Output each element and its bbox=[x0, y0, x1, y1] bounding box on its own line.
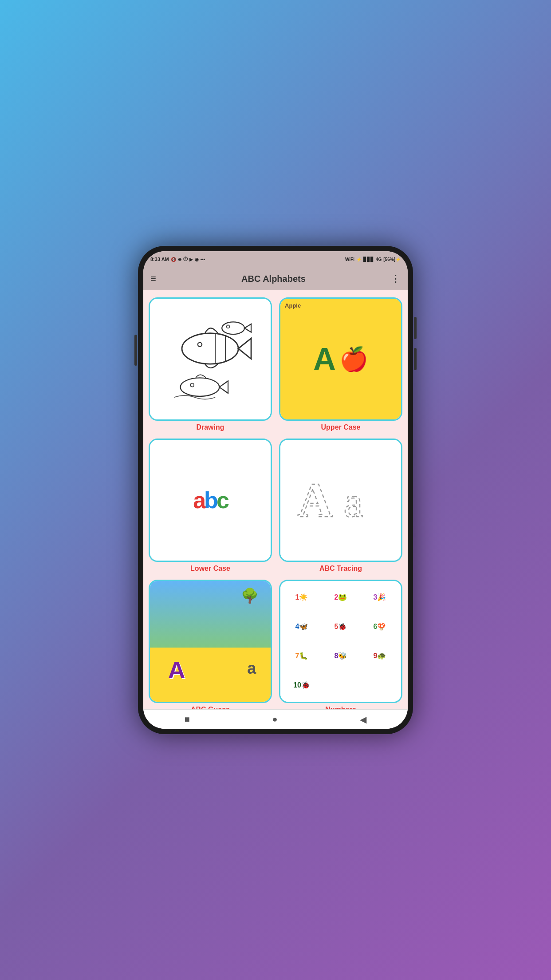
power-button[interactable] bbox=[134, 335, 137, 366]
svg-point-7 bbox=[227, 325, 230, 328]
guess-small-a: a bbox=[247, 659, 256, 678]
lower-case-card: abc bbox=[149, 439, 272, 562]
mute-icon: 🔇 bbox=[171, 257, 176, 262]
upper-case-card: Apple A 🍎 bbox=[279, 297, 402, 421]
svg-point-8 bbox=[181, 378, 220, 397]
num-5: 5🐞 bbox=[335, 623, 347, 631]
num-1: 1☀️ bbox=[295, 593, 308, 601]
phone-frame: 8:33 AM 🔇 ⊕ Ⓕ ▶ ◉ ••• WiFi ⚡ ▊▊▊ 4G [56%… bbox=[138, 246, 413, 734]
svg-point-10 bbox=[190, 383, 194, 387]
volume-down-button[interactable] bbox=[414, 348, 417, 370]
abc-tracing-item[interactable]: A a ABC Tracing bbox=[279, 439, 402, 573]
fish-drawing-svg bbox=[159, 308, 261, 410]
svg-marker-1 bbox=[239, 339, 252, 359]
svg-text:A: A bbox=[297, 473, 333, 527]
num-2: 2🐸 bbox=[335, 593, 347, 601]
numbers-card: 1☀️ 2🐸 3🎉 4🦋 5🐞 6🍄 7🐛 8🐝 9🐢 10🐞 bbox=[279, 580, 402, 703]
abc-guess-item[interactable]: 🌳 A a ABC Guess bbox=[149, 580, 272, 709]
svg-point-0 bbox=[182, 333, 238, 364]
guess-big-a: A bbox=[168, 656, 185, 684]
abc-guess-card: 🌳 A a bbox=[149, 580, 272, 703]
svg-text:a: a bbox=[343, 478, 362, 526]
volume-up-button[interactable] bbox=[414, 317, 417, 339]
lower-case-item[interactable]: abc Lower Case bbox=[149, 439, 272, 573]
numbers-grid: 1☀️ 2🐸 3🎉 4🦋 5🐞 6🍄 7🐛 8🐝 9🐢 10🐞 bbox=[280, 581, 401, 702]
letter-a: a bbox=[193, 487, 204, 513]
svg-point-5 bbox=[222, 322, 245, 335]
status-bar: 8:33 AM 🔇 ⊕ Ⓕ ▶ ◉ ••• WiFi ⚡ ▊▊▊ 4G [56%… bbox=[143, 251, 408, 267]
num-3: 3🎉 bbox=[374, 593, 386, 601]
tracing-svg: A a bbox=[287, 446, 395, 555]
record-icon: ◉ bbox=[195, 257, 199, 262]
lower-case-image: abc bbox=[150, 440, 271, 561]
bluetooth-icon: ⚡ bbox=[356, 257, 362, 262]
more-options-button[interactable]: ⋮ bbox=[391, 273, 401, 285]
num-4: 4🦋 bbox=[295, 623, 308, 631]
letter-b: b bbox=[204, 487, 216, 513]
wifi-icon: WiFi bbox=[345, 257, 354, 262]
svg-marker-9 bbox=[220, 381, 228, 394]
drawing-card bbox=[149, 297, 272, 421]
apple-row: A 🍎 bbox=[284, 344, 398, 375]
status-left: 8:33 AM 🔇 ⊕ Ⓕ ▶ ◉ ••• bbox=[150, 256, 205, 262]
num-7: 7🐛 bbox=[295, 652, 308, 660]
drawing-label: Drawing bbox=[196, 423, 224, 431]
num-9: 9🐢 bbox=[374, 652, 386, 660]
status-right: WiFi ⚡ ▊▊▊ 4G [56%]⚡ bbox=[345, 257, 401, 262]
nfc-icon: ⊕ bbox=[178, 257, 181, 262]
svg-point-2 bbox=[198, 343, 202, 347]
letter-c: c bbox=[216, 487, 228, 513]
drawing-item[interactable]: Drawing bbox=[149, 297, 272, 431]
apple-label-text: Apple bbox=[285, 302, 301, 309]
4g-icon: 4G bbox=[376, 257, 382, 262]
abc-letters: abc bbox=[193, 487, 228, 514]
num-6: 6🍄 bbox=[374, 623, 386, 631]
upper-case-item[interactable]: Apple A 🍎 Upper Case bbox=[279, 297, 402, 431]
numbers-label: Numbers bbox=[325, 706, 356, 709]
num-8: 8🐝 bbox=[335, 652, 347, 660]
big-a-letter: A bbox=[313, 344, 336, 375]
f-icon: Ⓕ bbox=[183, 256, 188, 262]
main-grid: Drawing Apple A 🍎 Upper Case bbox=[143, 290, 408, 709]
abc-guess-label: ABC Guess bbox=[191, 706, 230, 709]
app-title: ABC Alphabets bbox=[241, 274, 306, 284]
youtube-icon: ▶ bbox=[189, 257, 193, 262]
dots-icon: ••• bbox=[201, 257, 205, 262]
hamburger-menu-button[interactable]: ≡ bbox=[150, 273, 156, 285]
apple-emoji: 🍎 bbox=[339, 346, 368, 373]
numbers-image: 1☀️ 2🐸 3🎉 4🦋 5🐞 6🍄 7🐛 8🐝 9🐢 10🐞 bbox=[280, 581, 401, 702]
signal-icon: ▊▊▊ bbox=[363, 257, 374, 262]
tracing-image: A a bbox=[280, 440, 401, 561]
phone-screen: 8:33 AM 🔇 ⊕ Ⓕ ▶ ◉ ••• WiFi ⚡ ▊▊▊ 4G [56%… bbox=[143, 251, 408, 729]
lower-case-label: Lower Case bbox=[190, 565, 230, 573]
tree-emoji: 🌳 bbox=[241, 587, 259, 604]
svg-marker-6 bbox=[244, 324, 251, 332]
abc-tracing-card: A a bbox=[279, 439, 402, 562]
num-10: 10🐞 bbox=[293, 681, 310, 689]
upper-case-label: Upper Case bbox=[321, 423, 361, 431]
square-nav-button[interactable]: ■ bbox=[176, 712, 199, 726]
back-nav-button[interactable]: ◀ bbox=[351, 712, 375, 727]
guess-image: 🌳 A a bbox=[150, 581, 271, 702]
upper-case-image: Apple A 🍎 bbox=[280, 299, 401, 419]
abc-tracing-label: ABC Tracing bbox=[319, 565, 362, 573]
time-display: 8:33 AM bbox=[150, 257, 169, 262]
bottom-navigation: ■ ● ◀ bbox=[143, 709, 408, 729]
home-nav-button[interactable]: ● bbox=[263, 712, 286, 726]
app-header: ≡ ABC Alphabets ⋮ bbox=[143, 267, 408, 290]
numbers-item[interactable]: 1☀️ 2🐸 3🎉 4🦋 5🐞 6🍄 7🐛 8🐝 9🐢 10🐞 bbox=[279, 580, 402, 709]
battery-percent: 56 bbox=[385, 257, 390, 262]
battery-icon: [56%]⚡ bbox=[383, 257, 401, 262]
drawing-image bbox=[150, 299, 271, 419]
